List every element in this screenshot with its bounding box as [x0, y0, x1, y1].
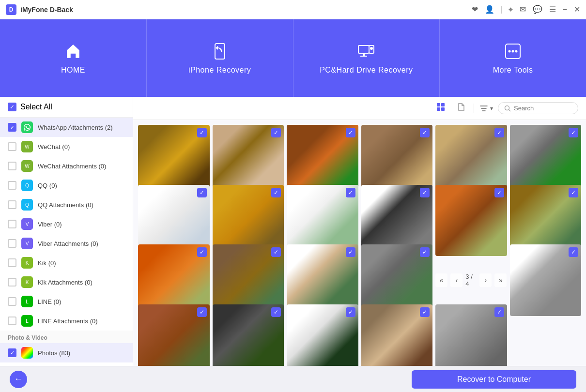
- line-attachments-label: LINE Attachments (0): [38, 317, 98, 325]
- qq-icon: Q: [21, 180, 33, 191]
- image-checkbox[interactable]: ✓: [494, 307, 504, 317]
- image-checkbox[interactable]: ✓: [420, 128, 430, 137]
- whatsapp-checkbox[interactable]: ✓: [8, 123, 16, 132]
- sidebar-item-line[interactable]: L LINE (0): [0, 292, 133, 311]
- qq-checkbox[interactable]: [8, 181, 16, 190]
- sidebar-item-wechat[interactable]: W WeChat (0): [0, 137, 133, 156]
- user-icon[interactable]: 👤: [485, 5, 494, 14]
- image-item[interactable]: ✓: [213, 304, 284, 366]
- nav-iphone-recovery[interactable]: iPhone Recovery: [147, 19, 293, 97]
- file-view-button[interactable]: [453, 100, 469, 116]
- nav-pc-recovery[interactable]: PC&Hard Drive Recovery: [293, 19, 440, 97]
- kik-checkbox[interactable]: [8, 258, 16, 267]
- next-page-button[interactable]: ›: [479, 273, 492, 287]
- image-checkbox[interactable]: ✓: [569, 247, 578, 257]
- sidebar-item-kik-attachments[interactable]: K Kik Attachments (0): [0, 272, 133, 292]
- nav-home[interactable]: HOME: [0, 19, 147, 97]
- image-checkbox[interactable]: ✓: [197, 188, 207, 197]
- line-checkbox[interactable]: [8, 297, 16, 306]
- content-area: ✓ Select All ✓ WhatsApp Attachments (2) …: [0, 97, 586, 366]
- kik-attachments-label: Kik Attachments (0): [38, 279, 93, 286]
- line-icon: L: [21, 296, 33, 307]
- back-button[interactable]: ←: [10, 371, 27, 388]
- viber-checkbox[interactable]: [8, 220, 16, 228]
- image-checkbox[interactable]: ✓: [420, 307, 430, 317]
- image-checkbox[interactable]: ✓: [271, 307, 281, 317]
- kik-att-icon: K: [21, 276, 33, 288]
- viber-att-checkbox[interactable]: [8, 239, 16, 248]
- kik-icon: K: [21, 257, 33, 269]
- svg-rect-11: [441, 103, 445, 106]
- image-checkbox[interactable]: ✓: [420, 188, 430, 197]
- image-item[interactable]: ✓: [435, 304, 507, 366]
- page-current: 3 / 4: [465, 273, 477, 287]
- sidebar: ✓ Select All ✓ WhatsApp Attachments (2) …: [0, 97, 133, 366]
- image-checkbox[interactable]: ✓: [569, 188, 578, 197]
- sidebar-item-photos[interactable]: ✓ Photos (83): [0, 343, 133, 362]
- image-checkbox[interactable]: ✓: [346, 247, 355, 257]
- whatsapp-attachments-label: WhatsApp Attachments (2): [38, 124, 113, 131]
- qq-att-checkbox[interactable]: [8, 200, 16, 209]
- line-att-checkbox[interactable]: [8, 317, 16, 325]
- nav-more-label: More Tools: [493, 66, 533, 75]
- svg-point-8: [512, 50, 514, 53]
- sidebar-item-line-attachments[interactable]: L LINE Attachments (0): [0, 311, 133, 331]
- image-item[interactable]: ✓: [138, 304, 210, 366]
- photos-icon: [21, 347, 33, 359]
- image-checkbox[interactable]: ✓: [494, 128, 504, 137]
- app-name: iMyFone D-Back: [20, 6, 472, 14]
- recover-button[interactable]: Recover to Computer: [412, 370, 576, 389]
- wechat-checkbox[interactable]: [8, 142, 16, 151]
- sidebar-item-qq[interactable]: Q QQ (0): [0, 176, 133, 195]
- chat-icon[interactable]: 💬: [533, 5, 542, 14]
- photos-checkbox[interactable]: ✓: [8, 348, 16, 357]
- sidebar-item-wechat-attachments[interactable]: W WeChat Attachments (0): [0, 156, 133, 176]
- sidebar-item-kik[interactable]: K Kik (0): [0, 253, 133, 272]
- search-box: [498, 102, 578, 114]
- image-checkbox[interactable]: ✓: [197, 128, 207, 137]
- minimize-icon[interactable]: −: [563, 5, 567, 14]
- sidebar-item-whatsapp-attachments[interactable]: ✓ WhatsApp Attachments (2): [0, 118, 133, 137]
- image-item[interactable]: ✓: [510, 244, 582, 316]
- image-item[interactable]: ✓: [287, 304, 358, 366]
- nav-more-tools[interactable]: More Tools: [440, 19, 586, 97]
- photos-label: Photos (83): [38, 349, 70, 357]
- prev-page-button[interactable]: ‹: [450, 273, 463, 287]
- wechat-attachments-label: WeChat Attachments (0): [38, 163, 106, 170]
- image-checkbox[interactable]: ✓: [197, 247, 207, 257]
- first-page-button[interactable]: «: [435, 273, 447, 287]
- pagination: « ‹ 3 / 4 › »: [435, 273, 507, 287]
- share-icon[interactable]: ❤: [472, 5, 478, 14]
- image-checkbox[interactable]: ✓: [197, 307, 207, 317]
- whatsapp-icon: [21, 121, 33, 133]
- wechat-att-checkbox[interactable]: [8, 162, 16, 170]
- last-page-button[interactable]: »: [494, 273, 507, 287]
- sidebar-item-viber-attachments[interactable]: V Viber Attachments (0): [0, 234, 133, 253]
- photo-video-section-title: Photo & Video: [0, 331, 133, 343]
- app-logo: D: [6, 4, 16, 15]
- image-checkbox[interactable]: ✓: [420, 247, 430, 257]
- wechat-att-icon: W: [21, 160, 33, 172]
- filter-button[interactable]: ▾: [479, 104, 493, 113]
- image-checkbox[interactable]: ✓: [346, 188, 355, 197]
- image-checkbox[interactable]: ✓: [346, 128, 355, 137]
- image-item[interactable]: ✓: [361, 304, 433, 366]
- image-checkbox[interactable]: ✓: [271, 247, 281, 257]
- select-all-checkbox[interactable]: ✓: [8, 103, 16, 111]
- svg-rect-13: [441, 107, 445, 111]
- image-checkbox[interactable]: ✓: [569, 128, 578, 137]
- close-icon[interactable]: ✕: [574, 5, 580, 14]
- search-input[interactable]: [514, 105, 572, 112]
- image-checkbox[interactable]: ✓: [494, 188, 504, 197]
- image-checkbox[interactable]: ✓: [271, 128, 281, 137]
- image-checkbox[interactable]: ✓: [271, 188, 281, 197]
- mail-icon[interactable]: ✉: [520, 5, 526, 14]
- kik-att-checkbox[interactable]: [8, 278, 16, 286]
- viber-label: Viber (0): [38, 221, 62, 228]
- image-checkbox[interactable]: ✓: [346, 307, 355, 317]
- sidebar-item-viber[interactable]: V Viber (0): [0, 214, 133, 234]
- location-icon[interactable]: ⌖: [509, 5, 513, 14]
- sidebar-item-qq-attachments[interactable]: Q QQ Attachments (0): [0, 195, 133, 214]
- grid-view-button[interactable]: [433, 100, 448, 116]
- menu-icon[interactable]: ☰: [549, 5, 556, 14]
